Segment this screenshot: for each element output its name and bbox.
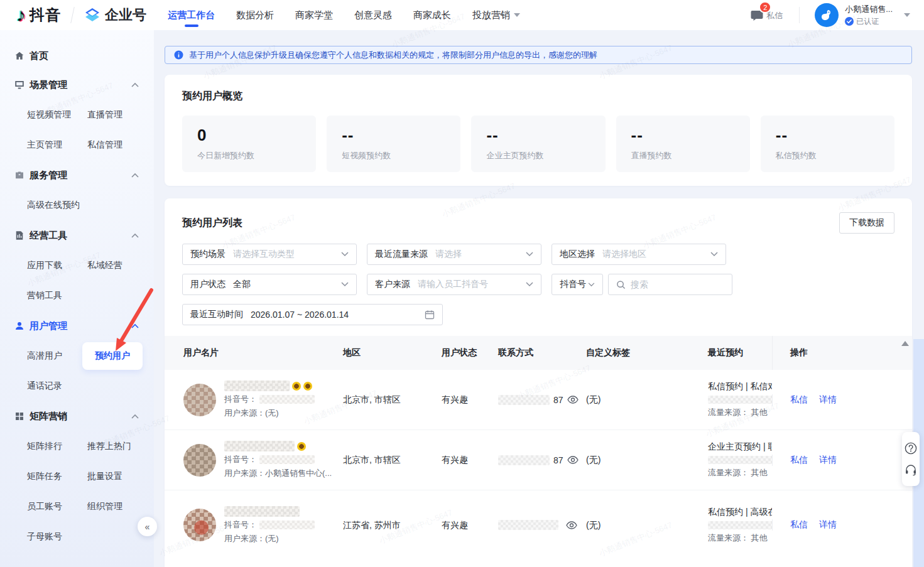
blurred-phone	[498, 455, 550, 465]
account-menu[interactable]: 小鹅通销售... 已认证	[815, 3, 910, 27]
stat-value: --	[342, 126, 445, 145]
headset-icon[interactable]	[905, 463, 917, 476]
eye-icon[interactable]	[567, 396, 579, 404]
sidebar-item-live[interactable]: 直播管理	[87, 109, 148, 121]
filter-customer-source-select[interactable]: 客户来源 请输入员工抖音号	[367, 274, 541, 295]
sidebar-item-high-potential[interactable]: 高潜用户	[27, 350, 87, 362]
message-link[interactable]: 私信	[790, 394, 808, 406]
sidebar-item-matrix-tasks[interactable]: 矩阵任务	[27, 471, 87, 482]
grid-icon	[14, 411, 25, 422]
stat-card-short-video: -- 短视频预约数	[327, 116, 460, 172]
message-button[interactable]: 2 私信	[750, 9, 799, 21]
chart-doc-icon	[14, 230, 25, 241]
sidebar-item-label: 首页	[30, 50, 48, 62]
user-source: 用户来源：小鹅通销售中心(...	[224, 468, 332, 479]
blurred-phone	[498, 520, 558, 530]
sidebar-item-org-management[interactable]: 组织管理	[87, 501, 148, 512]
nav-item-ad-marketing[interactable]: 投放营销	[472, 1, 520, 30]
detail-link[interactable]: 详情	[819, 394, 837, 406]
chevron-up-icon[interactable]	[131, 82, 139, 87]
sidebar-group-label: 用户管理	[30, 320, 67, 332]
sidebar-item-homepage[interactable]: 主页管理	[27, 139, 87, 151]
stat-card-live: -- 直播预约数	[616, 116, 750, 172]
sidebar-subrow: 短视频管理 直播管理	[0, 100, 154, 130]
sidebar-item-private-msg[interactable]: 私信管理	[87, 139, 148, 151]
chevron-down-icon	[904, 13, 910, 17]
sidebar-group-users[interactable]: 用户管理	[0, 311, 154, 341]
douyin-id-line: 抖音号：	[224, 454, 332, 465]
date-range-value: 2026.01.07 ~ 2026.01.14	[251, 310, 349, 320]
logo-divider	[70, 7, 75, 23]
phone-suffix: 87	[553, 395, 563, 405]
filter-date-range[interactable]: 最近互动时间 2026.01.07 ~ 2026.01.14	[182, 304, 443, 325]
douyin-logo: ♪ 抖音	[16, 5, 61, 25]
list-title: 预约用户列表	[182, 217, 242, 230]
chevron-up-icon[interactable]	[131, 233, 139, 238]
filter-scene-select[interactable]: 预约场景 请选择互动类型	[182, 244, 357, 265]
stat-value: --	[486, 126, 590, 145]
column-header-user-card: 用户名片	[165, 347, 340, 359]
scroll-up-icon[interactable]	[901, 341, 909, 346]
user-avatar-blurred	[183, 444, 216, 477]
sidebar-item-promote-trending[interactable]: 推荐上热门	[87, 441, 148, 452]
status-value: 有兴趣	[442, 394, 468, 404]
table-row: 抖音号： 用户来源：小鹅通销售中心(... 北京市, 市辖区 有兴趣 87	[165, 430, 912, 490]
nav-item-data-analysis[interactable]: 数据分析	[236, 1, 274, 30]
column-header-contact: 联系方式	[493, 347, 580, 359]
sidebar-item-short-video[interactable]: 短视频管理	[27, 109, 87, 121]
detail-link[interactable]: 详情	[819, 455, 837, 466]
sidebar-group-scene[interactable]: 场景管理	[0, 70, 154, 100]
nav-item-merchant-growth[interactable]: 商家成长	[413, 1, 451, 30]
detail-link[interactable]: 详情	[819, 519, 837, 531]
filter-douyin-id-select[interactable]: 抖音号	[552, 274, 603, 295]
message-link[interactable]: 私信	[790, 519, 808, 531]
chevron-up-icon[interactable]	[131, 323, 139, 328]
sidebar-item-staff-accounts[interactable]: 员工账号	[27, 501, 87, 512]
nav-item-merchant-school[interactable]: 商家学堂	[295, 1, 333, 30]
download-data-button[interactable]: 下载数据	[839, 212, 894, 234]
search-box[interactable]	[608, 274, 732, 295]
filter-value: 全部	[233, 279, 251, 290]
sidebar-item-booking-users-active[interactable]: 预约用户	[82, 342, 143, 370]
filter-region-select[interactable]: 地区选择 请选择地区	[552, 244, 726, 265]
eye-icon[interactable]	[566, 521, 577, 529]
sidebar-subrow: 应用下载 私域经营	[0, 251, 154, 281]
sidebar-item-call-log[interactable]: 通话记录	[27, 381, 87, 392]
filter-user-status-select[interactable]: 用户状态 全部	[182, 274, 357, 295]
sidebar-item-batch-settings[interactable]: 批量设置	[87, 471, 148, 482]
booking-traffic-source: 流量来源： 其他	[708, 532, 772, 544]
qiyehao-logo-icon	[84, 7, 101, 23]
user-source: 用户来源：(无)	[224, 408, 315, 419]
eye-icon[interactable]	[567, 456, 579, 464]
sidebar-group-tools[interactable]: 经营工具	[0, 220, 154, 251]
filter-traffic-source-select[interactable]: 最近流量来源 请选择	[367, 244, 541, 265]
sidebar-item-sub-accounts[interactable]: 子母账号	[27, 531, 87, 543]
sidebar-group-service[interactable]: 服务管理	[0, 160, 154, 190]
booking-info: 企业主页预约 | 联 流量来源： 其他	[708, 441, 772, 478]
douyin-id-label: 抖音号：	[224, 519, 257, 531]
column-header-actions: 操作	[772, 336, 912, 370]
message-link[interactable]: 私信	[790, 455, 808, 466]
sidebar-subrow: 矩阵排行 推荐上热门	[0, 431, 154, 462]
sidebar-collapse-button[interactable]: «	[138, 517, 157, 536]
sidebar-subrow: 通话记录	[0, 371, 154, 401]
stat-value: --	[631, 126, 735, 145]
sidebar-item-marketing-tools[interactable]: 营销工具	[27, 290, 87, 301]
status-value: 有兴趣	[442, 520, 468, 530]
sidebar-item-advanced-booking[interactable]: 高级在线预约	[27, 200, 115, 211]
chevron-down-icon	[341, 282, 349, 287]
sidebar-subrow: 主页管理 私信管理	[0, 130, 154, 160]
search-input[interactable]	[631, 279, 719, 289]
sidebar-item-app-download[interactable]: 应用下载	[27, 260, 87, 271]
sidebar-item-matrix-ranking[interactable]: 矩阵排行	[27, 441, 87, 452]
sidebar-item-home[interactable]: 首页	[0, 42, 154, 70]
verified-label: 已认证	[856, 16, 879, 27]
sidebar-item-private-domain[interactable]: 私域经营	[87, 260, 148, 271]
question-icon[interactable]	[905, 442, 917, 455]
nav-item-workbench[interactable]: 运营工作台	[168, 1, 215, 30]
nav-item-inspiration[interactable]: 创意灵感	[354, 1, 392, 30]
chevron-up-icon[interactable]	[131, 414, 139, 419]
sidebar-group-matrix[interactable]: 矩阵营销	[0, 401, 154, 431]
qiyehao-logo: 企业号	[84, 6, 146, 24]
chevron-up-icon[interactable]	[131, 173, 139, 178]
